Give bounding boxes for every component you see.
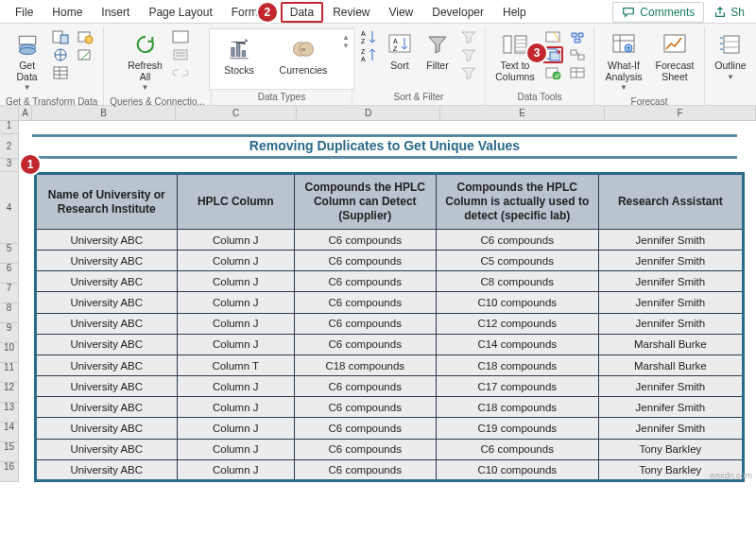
table-cell[interactable]: C6 compounds (294, 418, 436, 439)
table-cell[interactable]: University ABC (35, 230, 177, 251)
table-cell[interactable]: C10 compounds (436, 292, 598, 313)
from-table-icon[interactable] (50, 64, 71, 81)
get-data-button[interactable]: Get Data ▼ (9, 28, 46, 95)
col-university[interactable]: Name of University or Research Institute (35, 174, 177, 230)
col-header-d[interactable]: D (297, 106, 440, 120)
table-cell[interactable]: C6 compounds (294, 459, 436, 480)
clear-filter-icon[interactable] (458, 28, 479, 45)
tab-review[interactable]: Review (323, 2, 379, 23)
table-row[interactable]: University ABCColumn JC6 compoundsC8 com… (35, 271, 743, 292)
table-cell[interactable]: University ABC (35, 313, 177, 334)
tab-file[interactable]: File (6, 2, 43, 23)
table-cell[interactable]: Column J (177, 292, 294, 313)
table-cell[interactable]: C10 compounds (436, 459, 598, 480)
table-row[interactable]: University ABCColumn JC6 compoundsC14 co… (35, 334, 743, 354)
table-cell[interactable]: Jennifer Smith (598, 418, 743, 439)
table-cell[interactable]: C14 compounds (436, 334, 598, 354)
row-header[interactable]: 16 (0, 462, 19, 482)
forecast-sheet-button[interactable]: Forecast Sheet (651, 28, 698, 84)
table-cell[interactable]: Jennifer Smith (598, 397, 743, 418)
table-cell[interactable]: University ABC (35, 376, 177, 397)
share-button[interactable]: Sh (708, 3, 750, 22)
table-cell[interactable]: University ABC (35, 354, 177, 375)
table-cell[interactable]: Marshall Burke (598, 354, 743, 375)
table-cell[interactable]: University ABC (35, 418, 177, 439)
data-types-overflow[interactable]: ▲ ▼ (342, 33, 350, 50)
col-detect-lab[interactable]: Compounds the HPLC Column is actually us… (436, 174, 598, 230)
table-cell[interactable]: Jennifer Smith (598, 376, 743, 397)
table-cell[interactable]: University ABC (35, 439, 177, 459)
table-cell[interactable]: Column J (177, 459, 294, 480)
table-cell[interactable]: C8 compounds (436, 271, 598, 292)
table-cell[interactable]: Tony Barkley (598, 439, 743, 459)
table-cell[interactable]: Column J (177, 334, 294, 354)
table-cell[interactable]: C6 compounds (294, 251, 436, 271)
table-cell[interactable]: C19 compounds (436, 418, 598, 439)
existing-conn-icon[interactable] (75, 46, 95, 63)
col-hplc[interactable]: HPLC Column (177, 174, 294, 230)
table-cell[interactable]: C18 compounds (436, 354, 598, 375)
consolidate-icon[interactable] (567, 28, 588, 45)
table-cell[interactable]: C6 compounds (294, 292, 436, 313)
tab-help[interactable]: Help (493, 2, 536, 23)
edit-links-icon[interactable] (170, 64, 191, 81)
table-cell[interactable]: Column J (177, 397, 294, 418)
table-cell[interactable]: Column T (177, 354, 294, 375)
table-cell[interactable]: C6 compounds (294, 313, 436, 334)
table-cell[interactable]: C18 compounds (294, 354, 436, 375)
table-cell[interactable]: University ABC (35, 292, 177, 313)
table-row[interactable]: University ABCColumn JC6 compoundsC19 co… (35, 418, 743, 439)
col-header-f[interactable]: F (605, 106, 756, 120)
sort-asc-icon[interactable]: AZ (358, 28, 379, 45)
row-header[interactable]: 6 (0, 264, 19, 284)
row-header[interactable]: 9 (0, 323, 19, 343)
stocks-button[interactable]: Stocks (214, 33, 265, 78)
row-header[interactable]: 3 (0, 159, 19, 172)
table-cell[interactable]: University ABC (35, 271, 177, 292)
table-cell[interactable]: Column J (177, 230, 294, 251)
table-cell[interactable]: University ABC (35, 459, 177, 480)
table-cell[interactable]: C12 compounds (436, 313, 598, 334)
advanced-icon[interactable] (458, 64, 479, 81)
col-header-e[interactable]: E (440, 106, 605, 120)
whatif-button[interactable]: ? What-If Analysis ▼ (600, 28, 647, 95)
table-cell[interactable]: University ABC (35, 397, 177, 418)
tab-page-layout[interactable]: Page Layout (139, 2, 221, 23)
table-cell[interactable]: Jennifer Smith (598, 313, 743, 334)
row-header[interactable]: 4 (0, 172, 19, 244)
table-cell[interactable]: Marshall Burke (598, 334, 743, 354)
row-header[interactable]: 5 (0, 244, 19, 264)
table-cell[interactable]: Column J (177, 271, 294, 292)
table-cell[interactable]: Column J (177, 313, 294, 334)
recent-sources-icon[interactable] (75, 28, 95, 45)
table-row[interactable]: University ABCColumn JC6 compoundsC17 co… (35, 376, 743, 397)
tab-data[interactable]: Data (281, 2, 323, 23)
sort-desc-icon[interactable]: ZA (358, 46, 379, 63)
relationships-icon[interactable] (567, 46, 588, 63)
from-web-icon[interactable] (50, 46, 71, 63)
table-cell[interactable]: Column J (177, 376, 294, 397)
table-cell[interactable]: C6 compounds (294, 397, 436, 418)
tab-formulas[interactable]: Formulas (222, 2, 258, 23)
table-cell[interactable]: Column J (177, 251, 294, 271)
sort-button[interactable]: AZ Sort (383, 28, 417, 74)
data-table[interactable]: Name of University or Research Institute… (34, 172, 745, 482)
table-row[interactable]: University ABCColumn JC6 compoundsC12 co… (35, 313, 743, 334)
filter-button[interactable]: Filter (421, 28, 455, 74)
tab-insert[interactable]: Insert (92, 2, 139, 23)
table-row[interactable]: University ABCColumn JC6 compoundsC10 co… (35, 292, 743, 313)
table-cell[interactable]: Jennifer Smith (598, 271, 743, 292)
table-cell[interactable]: C6 compounds (294, 376, 436, 397)
row-header[interactable]: 2 (0, 134, 19, 159)
reapply-icon[interactable] (458, 46, 479, 63)
table-row[interactable]: University ABCColumn JC6 compoundsC5 com… (35, 251, 743, 271)
table-cell[interactable]: C6 compounds (294, 230, 436, 251)
queries-icon[interactable] (170, 28, 191, 45)
row-header[interactable]: 8 (0, 303, 19, 323)
table-cell[interactable]: Jennifer Smith (598, 251, 743, 271)
tab-view[interactable]: View (379, 2, 422, 23)
currencies-button[interactable]: ¤ Currencies (276, 33, 331, 78)
properties-icon[interactable] (170, 46, 191, 63)
table-row[interactable]: University ABCColumn JC6 compoundsC6 com… (35, 230, 743, 251)
table-cell[interactable]: C6 compounds (294, 334, 436, 354)
